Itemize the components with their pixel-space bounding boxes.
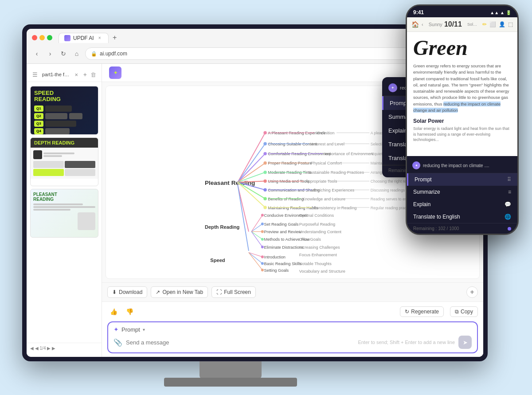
thumb-q1-content	[45, 106, 72, 112]
ai-chat-area: 👍 👎 ↻ Regenerate ⧉ Copy	[102, 301, 483, 357]
mindmap-node-dot	[261, 223, 264, 225]
new-tab-button[interactable]: +	[110, 32, 120, 43]
thumbs-up-button[interactable]: 👍	[107, 305, 120, 318]
page-counter: ◀ ◀ 1/4 ▶ ▶	[27, 343, 102, 353]
add-file-button[interactable]: +	[83, 71, 87, 78]
thumb-depth-image	[33, 150, 42, 159]
maximize-window-button[interactable]	[47, 35, 52, 40]
send-icon: ➤	[463, 339, 468, 346]
thumbs-down-button[interactable]: 👎	[123, 305, 136, 318]
phone-edit-icon[interactable]: ✏	[482, 21, 487, 27]
phone-ai-selected-text: reducing the impact on climate ....	[423, 163, 512, 168]
page-info: ◀ ◀ 1/4 ▶ ▶	[30, 346, 55, 351]
tab-label: UPDF AI	[73, 35, 94, 41]
thumb-pleasant-image	[78, 212, 95, 230]
phone-ai-icon-translate-en: 🌐	[505, 214, 511, 220]
ai-send-button[interactable]: ➤	[458, 336, 472, 349]
phone-breadcrumb: Solar Power / Wind Power / Biomass Energ…	[467, 22, 478, 27]
phone-time: 9:41	[413, 9, 424, 16]
close-window-button[interactable]	[32, 35, 37, 40]
thumb-q4-label: Q4	[34, 128, 43, 134]
thumb-q2-extra	[69, 113, 82, 119]
phone-date-number: 10/11	[444, 20, 462, 28]
phone-section-title: Solar Power	[413, 118, 511, 124]
mindmap-node-dot	[263, 206, 266, 209]
mindmap-node-dot	[261, 269, 264, 271]
url-text: ai.updf.com	[100, 51, 127, 57]
mindmap-node-desc: Vocabulary and Structure	[299, 269, 345, 274]
mindmap-line	[249, 252, 262, 270]
phone-ai-menu-summarize[interactable]: Summarize ≡	[407, 186, 517, 198]
attach-button[interactable]: 📎	[113, 338, 122, 347]
mindmap-node-dot	[263, 180, 266, 183]
thumb-block1	[33, 161, 64, 168]
open-new-tab-button[interactable]: ↗ Open in New Tab	[151, 286, 208, 298]
monitor-base	[164, 378, 297, 387]
phone-user-icon[interactable]: 👤	[499, 21, 505, 27]
mindmap-line	[251, 224, 262, 231]
thumbnail-depth-reading[interactable]: DEPTH READING	[30, 137, 98, 186]
phone-home-icon[interactable]: 🏠	[411, 21, 419, 28]
mindmap-node-dot	[261, 255, 264, 258]
phone-menu-icon[interactable]: ⬚	[508, 21, 513, 27]
mindmap-node-label: Maintaining Reading Habits	[268, 206, 318, 210]
download-button[interactable]: ⬇ Download	[107, 286, 147, 298]
active-tab[interactable]: UPDF AI ×	[59, 33, 109, 43]
phone-remaining: Remaining : 102 / 1000	[407, 223, 517, 234]
phone-ai-logo: ✦	[412, 161, 420, 169]
phone-nav-chevron[interactable]: ‹	[422, 22, 423, 27]
mindmap-node-desc: Appropriate Tools	[305, 179, 337, 184]
signal-icon: ▲▲	[490, 10, 499, 15]
context-ai-icon: ✦	[388, 83, 397, 92]
thumb-q4-content	[45, 128, 70, 134]
phone-sunny-label: Sunny	[429, 22, 442, 27]
context-item-label-explain: Explain	[388, 127, 407, 134]
phone-content: Green Green energy refers to energy sour…	[407, 32, 517, 156]
thumb-q3-content	[45, 121, 76, 127]
fullscreen-button[interactable]: ⛶ Full Screen	[211, 286, 256, 298]
download-icon: ⬇	[112, 289, 117, 295]
thumb-block3	[33, 169, 64, 176]
thumbnail-speed-reading[interactable]: SPEEDREADING Q1 Q2 Q3 Q	[30, 86, 98, 135]
thumb-q1-label: Q1	[34, 106, 43, 112]
regenerate-label: Regenerate	[411, 309, 439, 315]
phone-share-icon[interactable]: ⬜	[489, 21, 496, 27]
prompt-chevron-icon[interactable]: ▾	[143, 327, 145, 332]
thumb-block2	[65, 161, 95, 168]
regenerate-button[interactable]: ↻ Regenerate	[400, 306, 444, 317]
thumb-p-line3	[33, 209, 70, 211]
minimize-window-button[interactable]	[39, 35, 45, 40]
sidebar-close-icon[interactable]: ×	[73, 70, 80, 79]
mindmap-node-label: Preview and Review	[264, 230, 301, 234]
mindmap-node-dot	[263, 142, 266, 145]
phone-ai-menu-translate-en[interactable]: Translate to English 🌐	[407, 211, 517, 223]
phone-ai-menu-explain[interactable]: Explain 💬	[407, 198, 517, 211]
forward-button[interactable]: ›	[45, 49, 55, 59]
mindmap-node-dot	[263, 197, 266, 200]
ai-sparkle-icon: ✦	[113, 326, 119, 333]
phone-ai-label-summarize: Summarize	[413, 189, 440, 195]
mindmap-node-desc: Enriching Experiences	[313, 188, 355, 192]
mindmap-node-dot	[261, 246, 264, 248]
phone-date-badge: Sunny 10/11	[426, 20, 465, 29]
phone-remaining-text: Remaining : 102 / 1000	[413, 226, 459, 231]
mindmap-node-desc: Increasing Challenges	[299, 245, 340, 250]
ai-message-input[interactable]	[126, 339, 354, 346]
mindmap-line	[238, 185, 249, 251]
phone-ai-icon-summarize: ≡	[508, 189, 511, 195]
thumb-pleasant-title: PLEASANTREADING	[33, 192, 95, 202]
ai-input-header: ✦ Prompt ▾	[113, 326, 472, 333]
thumbnail-pleasant-reading[interactable]: PLEASANTREADING	[30, 189, 98, 238]
tab-close-button[interactable]: ×	[97, 35, 103, 41]
add-content-button[interactable]: +	[466, 286, 478, 298]
home-button[interactable]: ⌂	[72, 49, 82, 59]
thumb-q2-label: Q2	[34, 113, 43, 119]
delete-button[interactable]: 🗑	[90, 71, 96, 78]
sidebar-nav-icon: ☰	[32, 70, 39, 79]
phone-ai-menu-prompt[interactable]: Prompt ⠿	[407, 173, 517, 186]
phone-green-title: Green	[413, 37, 511, 59]
refresh-button[interactable]: ↻	[59, 49, 68, 59]
mindmap-node-dot	[263, 152, 266, 155]
copy-button[interactable]: ⧉ Copy	[450, 306, 478, 317]
back-button[interactable]: ‹	[32, 49, 42, 59]
